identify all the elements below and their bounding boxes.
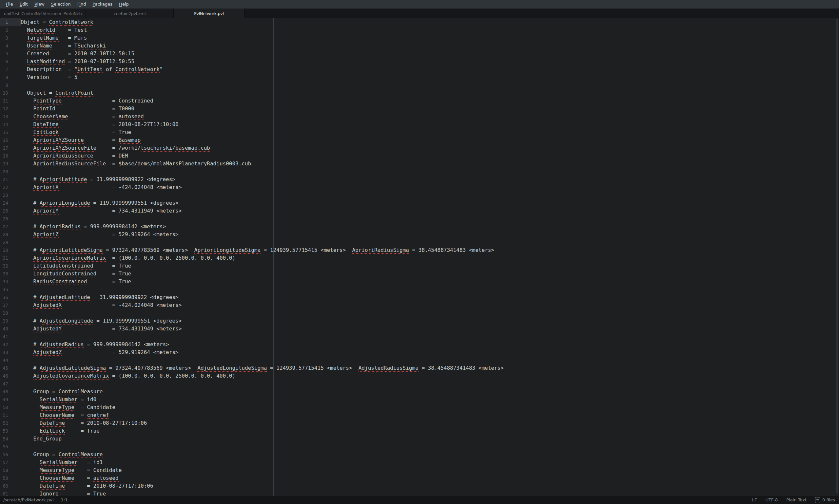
code-line[interactable]: 4 UserName = TSucharski [0, 42, 839, 50]
line-number[interactable]: 54 [0, 435, 21, 443]
code-line[interactable]: 52 DateTime = 2010-08-27T17:10:06 [0, 419, 839, 427]
code-line[interactable]: 27 # AprioriRadius = 999.99999984142 <me… [0, 223, 839, 231]
line-number[interactable]: 16 [0, 136, 21, 144]
code-line[interactable]: 20 [0, 168, 839, 176]
code-line[interactable]: 39 # AdjustedLongitude = 119.99999999551… [0, 317, 839, 325]
line-number[interactable]: 3 [0, 34, 21, 42]
line-number[interactable]: 49 [0, 396, 21, 403]
code-line[interactable]: 7 Description = "UnitTest of ControlNetw… [0, 66, 839, 73]
tab-cnetbin2pvl-xml[interactable]: cnetbin2pvl.xml [86, 8, 174, 18]
tab-unittest-controlnetversioner-protonetwork-[interactable]: unitTest_ControlNetVersioner_ProtoNetwor… [0, 8, 86, 18]
code-line[interactable]: 35 [0, 286, 839, 293]
code-line[interactable]: 51 ChooserName = cnetref [0, 411, 839, 419]
line-number[interactable]: 28 [0, 231, 21, 238]
code-line[interactable]: 38 [0, 309, 839, 317]
code-line[interactable]: 3 TargetName = Mars [0, 34, 839, 42]
code-line[interactable]: 34 RadiusConstrained = True [0, 278, 839, 286]
line-number[interactable]: 61 [0, 490, 21, 496]
line-number[interactable]: 21 [0, 176, 21, 183]
code-line[interactable]: 2 NetworkId = Test [0, 26, 839, 34]
encoding-indicator[interactable]: UTF-8 [765, 498, 778, 502]
line-number[interactable]: 14 [0, 121, 21, 128]
code-line[interactable]: 11 PointType = Constrained [0, 97, 839, 105]
code-line[interactable]: 25 AprioriY = 734.4311949 <meters> [0, 207, 839, 215]
code-line[interactable]: 59 ChooserName = autoseed [0, 474, 839, 482]
code-line[interactable]: 56 Group = ControlMeasure [0, 451, 839, 458]
code-line[interactable]: 10 Object = ControlPoint [0, 89, 839, 97]
line-number[interactable]: 58 [0, 466, 21, 474]
line-number[interactable]: 13 [0, 113, 21, 121]
line-number[interactable]: 53 [0, 427, 21, 435]
line-number[interactable]: 17 [0, 144, 21, 152]
code-line[interactable]: 16 AprioriXYZSource = Basemap [0, 136, 839, 144]
line-number[interactable]: 4 [0, 42, 21, 50]
code-line[interactable]: 1Object = ControlNetwork [0, 18, 839, 26]
line-number[interactable]: 24 [0, 199, 21, 207]
code-line[interactable]: 13 ChooserName = autoseed [0, 113, 839, 121]
line-number[interactable]: 2 [0, 26, 21, 34]
code-line[interactable]: 31 AprioriCovarianceMatrix = (100.0, 0.0… [0, 254, 839, 262]
code-line[interactable]: 60 DateTime = 2010-08-27T17:10:06 [0, 482, 839, 490]
code-line[interactable]: 37 AdjustedX = -424.024048 <meters> [0, 301, 839, 309]
line-number[interactable]: 50 [0, 403, 21, 411]
vertical-scrollbar[interactable] [836, 19, 838, 493]
line-number[interactable]: 39 [0, 317, 21, 325]
line-number[interactable]: 42 [0, 341, 21, 348]
line-number[interactable]: 34 [0, 278, 21, 286]
tab-pvlnetwork-pvl[interactable]: PvlNetwork.pvl [174, 8, 244, 18]
code-line[interactable]: 47 [0, 380, 839, 388]
code-line[interactable]: 48 Group = ControlMeasure [0, 388, 839, 396]
code-line[interactable]: 17 AprioriXYZSourceFile = /work1/tsuchar… [0, 144, 839, 152]
menu-item-edit[interactable]: Edit [16, 0, 31, 8]
code-line[interactable]: 15 EditLock = True [0, 128, 839, 136]
line-number[interactable]: 7 [0, 66, 21, 73]
code-line[interactable]: 21 # AprioriLatitude = 31.999999989922 <… [0, 176, 839, 183]
line-number[interactable]: 48 [0, 388, 21, 396]
code-line[interactable]: 29 [0, 238, 839, 246]
code-line[interactable]: 33 LongitudeConstrained = True [0, 270, 839, 278]
git-status[interactable]: ± 0 files [815, 497, 835, 503]
code-line[interactable]: 44 [0, 356, 839, 364]
line-number[interactable]: 29 [0, 238, 21, 246]
line-number[interactable]: 36 [0, 293, 21, 301]
line-number[interactable]: 10 [0, 89, 21, 97]
code-line[interactable]: 40 AdjustedY = 734.4311949 <meters> [0, 325, 839, 333]
line-number[interactable]: 55 [0, 443, 21, 451]
line-number[interactable]: 25 [0, 207, 21, 215]
menu-item-view[interactable]: View [31, 0, 48, 8]
code-line[interactable]: 49 SerialNumber = id0 [0, 396, 839, 403]
line-number[interactable]: 52 [0, 419, 21, 427]
line-number[interactable]: 57 [0, 458, 21, 466]
line-number[interactable]: 38 [0, 309, 21, 317]
code-line[interactable]: 12 PointId = T0000 [0, 105, 839, 113]
line-number[interactable]: 27 [0, 223, 21, 231]
code-line[interactable]: 45 # AdjustedLatitudeSigma = 97324.49778… [0, 364, 839, 372]
line-number[interactable]: 12 [0, 105, 21, 113]
line-number[interactable]: 60 [0, 482, 21, 490]
code-line[interactable]: 14 DateTime = 2010-08-27T17:10:06 [0, 121, 839, 128]
code-line[interactable]: 46 AdjustedCovarianceMatrix = (100.0, 0.… [0, 372, 839, 380]
line-number[interactable]: 32 [0, 262, 21, 270]
menu-item-find[interactable]: Find [74, 0, 89, 8]
code-line[interactable]: 18 AprioriRadiusSource = DEM [0, 152, 839, 160]
code-line[interactable]: 30 # AprioriLatitudeSigma = 97324.497783… [0, 246, 839, 254]
code-line[interactable]: 43 AdjustedZ = 529.919264 <meters> [0, 348, 839, 356]
line-number[interactable]: 1 [0, 18, 21, 26]
code-line[interactable]: 32 LatitudeConstrained = True [0, 262, 839, 270]
grammar-indicator[interactable]: Plain Text [786, 498, 807, 502]
menu-item-help[interactable]: Help [116, 0, 132, 8]
line-number[interactable]: 30 [0, 246, 21, 254]
line-number[interactable]: 26 [0, 215, 21, 223]
code-line[interactable]: 28 AprioriZ = 529.919264 <meters> [0, 231, 839, 238]
line-number[interactable]: 44 [0, 356, 21, 364]
code-line[interactable]: 8 Version = 5 [0, 73, 839, 81]
code-line[interactable]: 57 SerialNumber = id1 [0, 458, 839, 466]
line-number[interactable]: 31 [0, 254, 21, 262]
code-line[interactable]: 50 MeasureType = Candidate [0, 403, 839, 411]
code-line[interactable]: 58 MeasureType = Candidate [0, 466, 839, 474]
line-number[interactable]: 20 [0, 168, 21, 176]
code-line[interactable]: 6 LastModified = 2010-07-10T12:50:55 [0, 58, 839, 66]
menu-item-packages[interactable]: Packages [89, 0, 116, 8]
line-number[interactable]: 9 [0, 81, 21, 89]
menu-item-selection[interactable]: Selection [48, 0, 74, 8]
